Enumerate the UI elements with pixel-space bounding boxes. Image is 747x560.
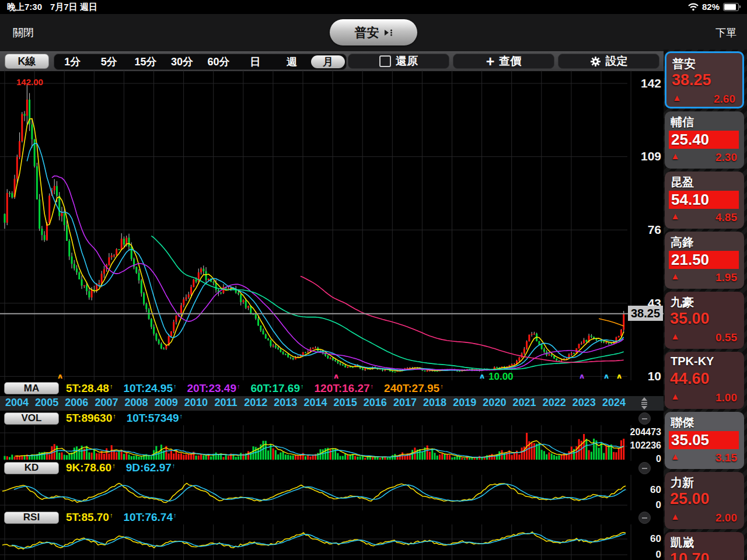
period-60分[interactable]: 60分 <box>200 55 237 68</box>
year-2014: 2014 <box>301 397 331 409</box>
change-value: 2.30 <box>715 151 737 164</box>
change-value: 4.85 <box>715 211 737 224</box>
period-日[interactable]: 日 <box>237 55 274 68</box>
watchlist-item-力新[interactable]: 力新25.00▲2.00 <box>665 472 744 529</box>
change-value: 1.00 <box>715 391 737 404</box>
up-tick-icon: ↑ <box>440 383 444 390</box>
price-tick-109: 109 <box>641 149 661 163</box>
main-price-chart[interactable] <box>0 71 664 382</box>
up-triangle-icon: ▲ <box>671 151 680 164</box>
change-value: 3.15 <box>715 452 737 464</box>
rsi-row: RSI 5T:85.70↑10T:76.74↑ <box>0 510 664 524</box>
up-tick-icon: ↑ <box>173 512 177 519</box>
year-2013: 2013 <box>270 397 301 409</box>
checkbox-icon <box>379 55 391 67</box>
stock-price: 25.40 <box>669 131 739 149</box>
rsi-chart[interactable] <box>0 524 664 560</box>
vol-collapse-button[interactable] <box>638 412 651 425</box>
year-2024: 2024 <box>599 397 629 409</box>
period-15分[interactable]: 15分 <box>127 55 164 68</box>
settings-label: 設定 <box>606 54 628 69</box>
vol-button[interactable]: VOL <box>4 412 59 425</box>
year-2021: 2021 <box>509 397 540 409</box>
period-週[interactable]: 週 <box>273 55 310 68</box>
rsi-button[interactable]: RSI <box>4 512 59 524</box>
up-triangle-icon: ▲ <box>671 271 680 284</box>
kd-value-1: 9D:62.97↑ <box>126 461 176 474</box>
up-triangle-icon: ▲ <box>671 512 680 524</box>
watchlist-item-聯傑[interactable]: 聯傑35.05▲3.15 <box>665 412 744 469</box>
stock-price: 38.25 <box>672 71 711 89</box>
price-tick-10: 10 <box>648 369 661 383</box>
watchlist-item-普安[interactable]: 普安38.25▲2.60 <box>665 51 744 108</box>
watchlist-item-昆盈[interactable]: 昆盈54.10▲4.85 <box>665 172 744 229</box>
quote-label: 查價 <box>499 54 521 69</box>
stock-change: ▲0.55 <box>671 331 737 344</box>
up-tick-icon: ↑ <box>301 383 304 390</box>
vol-row: VOL 5T:89630↑10T:57349↑ <box>0 411 664 425</box>
rsi-tick-0: 0 <box>656 549 661 560</box>
period-月[interactable]: 月 <box>311 55 345 68</box>
chart-type-button[interactable]: K線 <box>5 54 49 69</box>
gear-icon <box>590 56 601 67</box>
peak-high-label: 142.00 <box>16 77 43 87</box>
status-date: 7月7日 週日 <box>50 2 97 13</box>
close-button[interactable]: 關閉 <box>13 26 34 40</box>
kd-chart[interactable] <box>0 475 664 510</box>
stock-change: ▲1.00 <box>671 391 737 404</box>
year-2005: 2005 <box>32 397 62 409</box>
watchlist-item-輔信[interactable]: 輔信25.40▲2.30 <box>665 111 744 169</box>
up-tick-icon: ↑ <box>173 383 177 390</box>
stock-change: ▲4.85 <box>671 211 737 224</box>
stock-change: ▲2.00 <box>671 512 737 524</box>
stock-name: 輔信 <box>671 114 694 130</box>
kd-button[interactable]: KD <box>4 462 59 474</box>
restore-button[interactable]: 還原 <box>348 54 449 69</box>
stock-change: ▲2.60 <box>672 93 735 106</box>
volume-chart[interactable] <box>0 425 664 461</box>
kd-row: KD 9K:78.60↑9D:62.97↑ <box>0 461 664 475</box>
kd-collapse-button[interactable] <box>638 462 651 474</box>
stock-change: ▲1.95 <box>671 271 737 284</box>
ma-value-3: 60T:17.69↑ <box>250 382 303 395</box>
year-2022: 2022 <box>539 397 570 409</box>
order-button[interactable]: 下單 <box>715 26 736 40</box>
current-price-label: 38.25 <box>628 306 663 321</box>
timeline-strip[interactable]: 2004200520062007200820092010201120122013… <box>0 396 664 411</box>
ma-value-1: 10T:24.95↑ <box>123 382 176 395</box>
chart-marker-0: ∧ <box>57 372 64 380</box>
ma-value-0: 5T:28.48↑ <box>66 382 113 395</box>
timeline-stepper-icon[interactable] <box>640 397 649 410</box>
ma-value-4: 120T:16.27↑ <box>315 382 374 395</box>
quote-button[interactable]: + 查價 <box>453 54 554 69</box>
stock-name: 力新 <box>671 475 694 491</box>
year-2012: 2012 <box>240 397 271 409</box>
kd-tick-60: 60 <box>650 484 661 496</box>
year-2004: 2004 <box>2 397 32 409</box>
period-30分[interactable]: 30分 <box>164 55 201 68</box>
vol-tick-0: 0 <box>656 454 661 464</box>
watchlist-item-凱崴[interactable]: 凱崴10.70 <box>665 532 744 560</box>
watchlist-item-TPK-KY[interactable]: TPK-KY44.60▲1.00 <box>665 352 744 409</box>
up-tick-icon: ↑ <box>112 462 116 469</box>
watchlist-item-九豪[interactable]: 九豪35.00▲0.55 <box>665 292 744 349</box>
period-5分[interactable]: 5分 <box>91 55 128 68</box>
stock-price: 54.10 <box>669 191 739 209</box>
rsi-value-1: 10T:76.74↑ <box>123 511 176 524</box>
settings-button[interactable]: 設定 <box>558 54 659 69</box>
rsi-collapse-button[interactable] <box>638 512 651 524</box>
up-triangle-icon: ▲ <box>671 331 680 344</box>
trading-app: 晚上7:30 7月7日 週日 82% 關閉 普安 <box>0 0 747 560</box>
watchlist-item-高鋒[interactable]: 高鋒21.50▲1.95 <box>665 232 744 289</box>
stock-change: ▲3.15 <box>671 452 737 464</box>
ma-button[interactable]: MA <box>4 382 59 394</box>
up-triangle-icon: ▲ <box>671 391 680 404</box>
stock-name: 九豪 <box>671 295 694 310</box>
stock-name: 凱崴 <box>671 535 694 551</box>
ma-value-5: 240T:27.95↑ <box>384 382 444 395</box>
period-1分[interactable]: 1分 <box>54 55 91 68</box>
symbol-button[interactable]: 普安 <box>330 19 417 46</box>
stock-price: 35.05 <box>669 431 739 449</box>
toolbar: K線 1分5分15分30分60分日週月 還原 + 查價 設定 <box>0 51 664 71</box>
year-2018: 2018 <box>420 397 450 409</box>
